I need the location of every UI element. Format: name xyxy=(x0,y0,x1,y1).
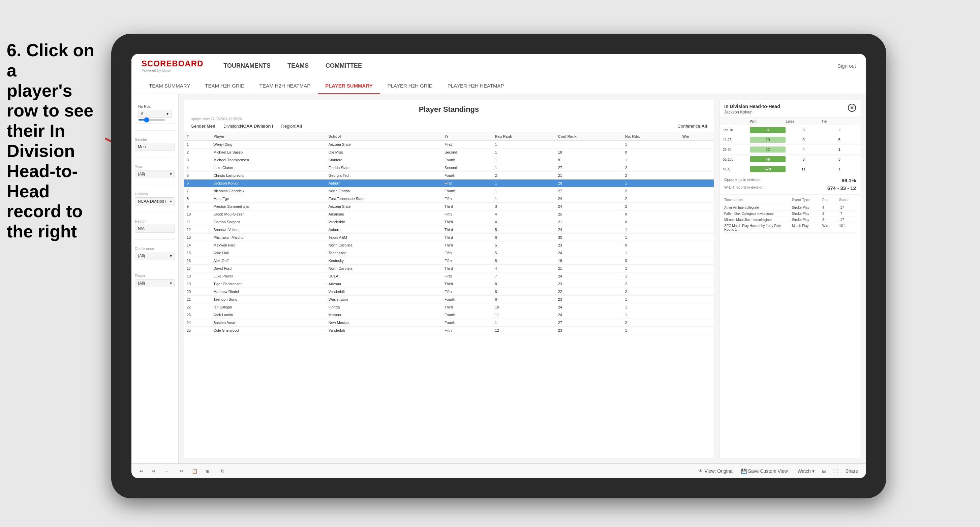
year-value[interactable]: (All) ▾ xyxy=(135,170,175,178)
table-row[interactable]: 14Maxwell FordNorth CarolinaThird5230 xyxy=(184,241,714,249)
save-custom-button[interactable]: 💾 Save Custom View xyxy=(738,467,791,475)
table-row[interactable]: 3Michael ThorbjornsenStanfordFourth181 xyxy=(184,156,714,164)
tab-player-summary[interactable]: PLAYER SUMMARY xyxy=(318,78,380,94)
table-row[interactable]: 13Phichaksn MaichonTexas A&MThird6301 xyxy=(184,234,714,241)
h2h-close-button[interactable]: ✕ xyxy=(848,104,856,112)
tab-player-h2h-grid[interactable]: PLAYER H2H GRID xyxy=(380,78,440,94)
player-label: Player xyxy=(135,274,175,278)
col-conf-rank: Conf Rank xyxy=(555,132,622,141)
h2h-tournament-row[interactable]: Fallen Oak Collegiate InvitationalStroke… xyxy=(724,211,856,217)
nav-teams[interactable]: TEAMS xyxy=(288,60,309,71)
conference-value[interactable]: (All) ▾ xyxy=(135,252,175,260)
tab-team-h2h-grid[interactable]: TEAM H2H GRID xyxy=(197,78,252,94)
table-row[interactable]: 1Wenyi DingArizona StateFirst11 xyxy=(184,141,714,149)
scissors-button[interactable]: ✂ xyxy=(177,467,186,475)
toolbar: ↩ ↪ → ✂ 📋 ⊕ ↻ 👁 View: Original 💾 Save Cu… xyxy=(131,464,866,478)
copy-button[interactable]: ⊕ xyxy=(203,467,212,475)
table-row[interactable]: 21Taehoon SongWashingtonFourth6231 xyxy=(184,296,714,303)
no-rds-slider[interactable] xyxy=(138,119,172,121)
update-time: Update time: 27/03/2024 16:56:26 xyxy=(191,117,707,121)
table-row[interactable]: 6Jackson KoivunAuburnFirst1281 xyxy=(184,179,714,187)
tab-team-h2h-heatmap[interactable]: TEAM H2H HEATMAP xyxy=(252,78,318,94)
gender-filter: Gender Men xyxy=(135,137,175,151)
table-row[interactable]: 9Preston SummerhaysArizona StateThird324… xyxy=(184,203,714,211)
division-value[interactable]: NCAA Division I ▾ xyxy=(135,197,175,205)
watch-button[interactable]: Watch ▾ xyxy=(795,467,817,475)
app-header: SCOREBOARD Powered by clippi TOURNAMENTS… xyxy=(131,54,866,78)
table-row[interactable]: 17David FordNorth CarolinaThird4211 xyxy=(184,265,714,272)
sidebar-divider-5 xyxy=(135,240,175,240)
table-row[interactable]: 20Matthew RiedelVanderbiltFifth6222 xyxy=(184,288,714,296)
redo-button[interactable]: ↪ xyxy=(149,467,158,475)
table-row[interactable]: 11Gordon SargentVanderbiltThird4210 xyxy=(184,218,714,226)
sidebar-divider-2 xyxy=(135,157,175,158)
nav-tournaments[interactable]: TOURNAMENTS xyxy=(223,60,270,71)
table-row[interactable]: 23Jack LundinMissouriFourth11241 xyxy=(184,311,714,319)
year-label: Year xyxy=(135,165,175,169)
conference-filter: Conference (All) ▾ xyxy=(135,246,175,260)
record-label: W-L-T record in-division: xyxy=(724,185,764,191)
view-original-button[interactable]: 👁 View: Original xyxy=(695,467,736,475)
eye-icon: 👁 xyxy=(698,468,703,474)
region-value[interactable]: N/A xyxy=(135,225,175,233)
tablet-frame: SCOREBOARD Powered by clippi TOURNAMENTS… xyxy=(111,34,886,498)
logo-scoreboard: SCOREBOARD xyxy=(142,60,203,68)
col-yr: Yr xyxy=(442,132,492,141)
h2h-row: >100578111 xyxy=(719,164,861,174)
table-row[interactable]: 25Cole SherwoodVanderbiltFifth12231 xyxy=(184,327,714,334)
panel-header: Player Standings Update time: 27/03/2024… xyxy=(184,100,714,132)
year-filter: Year (All) ▾ xyxy=(135,165,175,178)
fullscreen-button[interactable]: ⛶ xyxy=(831,467,841,475)
table-row[interactable]: 19Tiger ChristensenArizonaThird8232 xyxy=(184,280,714,288)
h2h-tournament-row[interactable]: SEC Match Play Hosted by Jerry Pate Roun… xyxy=(724,223,856,233)
panel-title: Player Standings xyxy=(191,105,707,114)
h2h-tournament-row[interactable]: Amer Ari IntercollegiateStroke Play4-17 xyxy=(724,205,856,211)
sub-nav: TEAM SUMMARY TEAM H2H GRID TEAM H2H HEAT… xyxy=(131,78,866,94)
share-button[interactable]: Share xyxy=(843,467,861,475)
standings-table-container: # Player School Yr Reg Rank Conf Rank No… xyxy=(184,132,714,458)
table-row[interactable]: 8Mats EgeEast Tennessee StateFifth1242 xyxy=(184,195,714,203)
h2h-summary: Opponents in division: 98.1% W-L-T recor… xyxy=(719,174,861,195)
h2h-col-loss: Loss xyxy=(786,119,821,123)
toolbar-right: 👁 View: Original 💾 Save Custom View Watc… xyxy=(695,467,861,475)
undo-button[interactable]: ↩ xyxy=(137,467,146,475)
h2h-panel: In Division Head-to-Head Jackson Koivun … xyxy=(719,100,861,458)
refresh-button[interactable]: ↻ xyxy=(218,467,228,475)
h2h-title: In Division Head-to-Head xyxy=(724,104,780,109)
sidebar-divider-3 xyxy=(135,185,175,185)
no-rds-value[interactable]: 6 ▾ xyxy=(138,110,172,118)
layout-button[interactable]: ⊞ xyxy=(819,467,829,475)
opp-pct: 98.1% xyxy=(842,178,856,183)
opp-label: Opponents in division: xyxy=(724,178,760,183)
sign-out-link[interactable]: Sign out xyxy=(837,63,856,69)
col-reg-rank: Reg Rank xyxy=(492,132,555,141)
table-row[interactable]: 24Bastien AmatNew MexicoFourth1272 xyxy=(184,319,714,327)
table-row[interactable]: 16Alex GoffKentuckyFifth8190 xyxy=(184,257,714,265)
table-row[interactable]: 15Jake HallTennesseeFifth5241 xyxy=(184,249,714,257)
player-value[interactable]: (All) ▾ xyxy=(135,279,175,287)
table-row[interactable]: 2Michael La SassoOle MissSecond1180 xyxy=(184,149,714,156)
h2h-row: 26-502241 xyxy=(719,145,861,155)
tab-team-summary[interactable]: TEAM SUMMARY xyxy=(142,78,197,94)
table-row[interactable]: 12Brendan VallesAuburnThird5241 xyxy=(184,226,714,234)
h2h-row: 11-252095 xyxy=(719,135,861,145)
header-right: Sign out xyxy=(837,63,856,69)
table-row[interactable]: 10Jacob Mou-OlesenArkansasFifth4250 xyxy=(184,211,714,218)
nav-committee[interactable]: COMMITTEE xyxy=(326,60,362,71)
standings-panel: Player Standings Update time: 27/03/2024… xyxy=(184,100,714,458)
gender-value[interactable]: Men xyxy=(135,143,175,151)
tablet-screen: SCOREBOARD Powered by clippi TOURNAMENTS… xyxy=(131,54,866,478)
no-rds-section: No Rds. 6 ▾ xyxy=(135,101,175,124)
toolbar-separator-1 xyxy=(174,468,174,475)
table-row[interactable]: 5Christo LamprechtGeorgia TechFourth2212 xyxy=(184,172,714,179)
table-row[interactable]: 22Ian GilliganFloridaThird10241 xyxy=(184,303,714,311)
table-row[interactable]: 18Luke PowellUCLAFirst7241 xyxy=(184,272,714,280)
tab-player-h2h-heatmap[interactable]: PLAYER H2H HEATMAP xyxy=(440,78,512,94)
col-rank: # xyxy=(184,132,211,141)
standings-table: # Player School Yr Reg Rank Conf Rank No… xyxy=(184,132,714,334)
table-row[interactable]: 7Nicholas GabrelcikNorth FloridaFourth12… xyxy=(184,187,714,195)
forward-button[interactable]: → xyxy=(161,467,171,475)
table-row[interactable]: 4Luke ClatonFlorida StateSecond1272 xyxy=(184,164,714,172)
paste-button[interactable]: 📋 xyxy=(189,467,200,475)
h2h-tournament-row[interactable]: Mirabel Maui Jim IntercollegiateStroke P… xyxy=(724,217,856,223)
